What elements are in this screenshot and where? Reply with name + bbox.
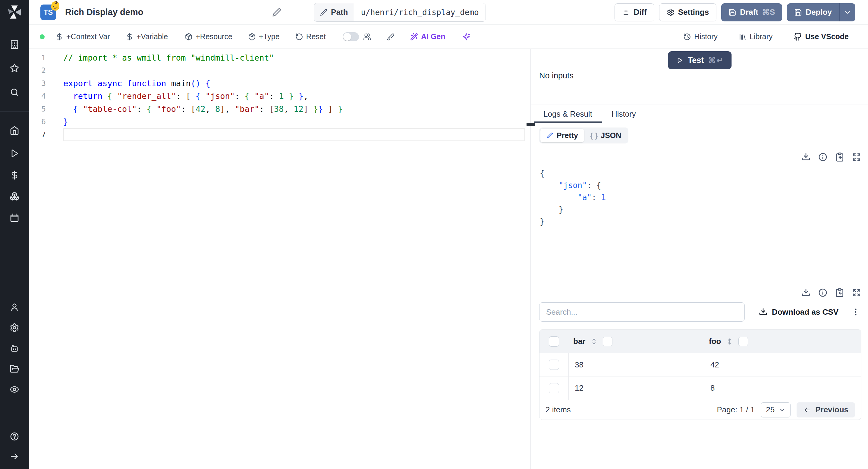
pretty-toggle[interactable]: Pretty [540, 129, 584, 142]
path-button[interactable]: Path u/henri/rich_display_demo [314, 3, 486, 22]
add-context-var-button[interactable]: +Context Var [56, 32, 110, 41]
row-checkbox[interactable] [549, 359, 559, 370]
search-icon[interactable] [6, 84, 23, 101]
tab-history[interactable]: History [602, 105, 646, 123]
page-size-select[interactable]: 25 [761, 402, 790, 417]
line-number: 6 [29, 117, 46, 126]
result-table: bar foo 3842128 2 i [539, 330, 861, 420]
windmill-logo[interactable] [6, 3, 23, 21]
column-checkbox[interactable] [603, 337, 613, 346]
code-editor[interactable]: 1// import * as wmill from "windmill-cli… [29, 49, 530, 469]
test-button[interactable]: Test ⌘↵ [668, 51, 732, 69]
kebab-menu-icon[interactable] [851, 307, 860, 316]
add-type-button[interactable]: +Type [248, 32, 280, 41]
sort-icon[interactable] [726, 338, 734, 345]
expand-sidebar-arrow-icon[interactable] [6, 448, 23, 465]
table-body: 3842128 [539, 353, 861, 400]
download-icon[interactable] [801, 288, 811, 298]
deploy-dropdown-button[interactable] [839, 3, 855, 22]
download-icon[interactable] [801, 152, 811, 162]
quill-pen-icon [547, 132, 554, 139]
previous-page-button[interactable]: Previous [797, 402, 855, 417]
format-toggle: Pretty { } JSON [539, 127, 628, 144]
chevron-down-icon [779, 407, 785, 413]
code-line[interactable]: 4 return { "render_all": [ { "json": { "… [29, 90, 530, 103]
settings-gear-icon[interactable] [6, 319, 23, 336]
json-toggle[interactable]: { } JSON [584, 129, 627, 142]
diff-mode-toggle[interactable] [343, 32, 359, 41]
download-icon [758, 307, 768, 316]
page-indicator: Page: 1 / 1 [717, 405, 755, 414]
rotate-reset-icon [296, 33, 303, 41]
ai-gen-button[interactable]: AI Gen [410, 32, 445, 41]
favorites-star-icon[interactable] [6, 60, 23, 76]
table-actions [801, 288, 861, 298]
draft-button[interactable]: Draft ⌘S [721, 3, 782, 22]
cat-icon [794, 33, 802, 41]
code-line[interactable]: 7 [29, 128, 530, 141]
column-header-foo[interactable]: foo [709, 337, 721, 346]
expand-icon[interactable] [852, 288, 861, 298]
use-vscode-button[interactable]: Use VScode [794, 32, 849, 41]
wand-icon [410, 33, 418, 41]
line-number: 5 [29, 104, 46, 113]
help-icon[interactable] [6, 428, 23, 445]
typescript-badge: TS 👶 [40, 4, 56, 20]
column-checkbox[interactable] [738, 337, 748, 346]
diff-button[interactable]: Diff [615, 3, 654, 22]
table-row: 128 [539, 376, 861, 400]
select-all-checkbox[interactable] [549, 336, 559, 347]
runs-play-icon[interactable] [6, 145, 23, 162]
workers-bot-icon[interactable] [6, 340, 23, 357]
column-header-bar[interactable]: bar [573, 337, 585, 346]
users-icon[interactable] [6, 299, 23, 316]
expand-icon[interactable] [852, 152, 861, 162]
format-brush-icon[interactable] [387, 33, 395, 41]
no-inputs-label: No inputs [539, 71, 574, 81]
history-button[interactable]: History [683, 32, 718, 41]
tab-logs-result[interactable]: Logs & Result [534, 105, 602, 123]
add-variable-button[interactable]: +Variable [126, 32, 168, 41]
braces-icon: { } [590, 131, 598, 140]
line-number: 1 [29, 53, 46, 62]
save-icon [794, 8, 802, 16]
edit-summary-pencil-icon[interactable] [272, 8, 281, 17]
users-pair-icon[interactable] [363, 33, 371, 41]
row-checkbox[interactable] [549, 383, 559, 393]
draft-shortcut: ⌘S [762, 7, 775, 17]
resources-boxes-icon[interactable] [6, 188, 23, 205]
library-button[interactable]: Library [739, 32, 772, 41]
clipboard-copy-icon[interactable] [835, 288, 844, 298]
download-csv-button[interactable]: Download as CSV [758, 307, 838, 317]
code-line[interactable]: 6} [29, 116, 530, 128]
sparkles-icon[interactable] [462, 33, 470, 41]
sort-icon[interactable] [590, 338, 598, 345]
variables-dollar-icon[interactable] [6, 167, 23, 184]
save-icon [728, 8, 736, 16]
schedules-calendar-icon[interactable] [6, 210, 23, 226]
code-line[interactable]: 1// import * as wmill from "windmill-cli… [29, 51, 530, 64]
folders-icon[interactable] [6, 361, 23, 377]
editor-toolbar: +Context Var +Variable +Resource +Type R… [29, 25, 868, 49]
info-icon[interactable] [818, 288, 828, 298]
gear-icon [667, 8, 675, 16]
settings-button[interactable]: Settings [659, 3, 717, 22]
search-input[interactable] [539, 302, 745, 322]
workspace-icon[interactable] [6, 36, 23, 53]
audit-eye-icon[interactable] [6, 381, 23, 398]
path-label: Path [331, 7, 348, 17]
dollar-icon [56, 33, 63, 41]
package-icon [185, 33, 193, 41]
clipboard-copy-icon[interactable] [835, 152, 844, 162]
arrow-left-icon [803, 406, 811, 414]
reset-button[interactable]: Reset [296, 32, 326, 41]
code-line[interactable]: 5 { "table-col": { "foo": [42, 8], "bar"… [29, 102, 530, 116]
code-line[interactable]: 3export async function main() { [29, 77, 530, 90]
code-line[interactable]: 2 [29, 64, 530, 77]
info-icon[interactable] [818, 152, 828, 162]
deploy-button[interactable]: Deploy [787, 3, 839, 22]
table-search-row: Download as CSV [539, 302, 860, 322]
home-icon[interactable] [6, 122, 23, 139]
table-cell: 8 [704, 376, 861, 400]
add-resource-button[interactable]: +Resource [185, 32, 232, 41]
